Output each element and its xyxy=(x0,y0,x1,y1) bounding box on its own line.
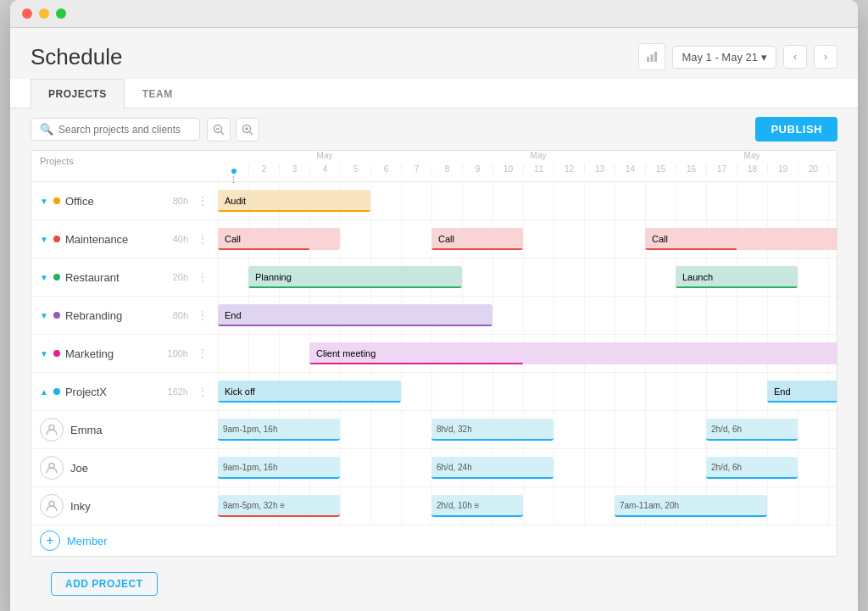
chevron-icon[interactable]: ▼ xyxy=(40,311,48,320)
project-menu-button[interactable]: ⋮ xyxy=(197,270,209,284)
project-menu-button[interactable]: ⋮ xyxy=(197,194,209,208)
day-separator xyxy=(218,335,219,372)
project-menu-button[interactable]: ⋮ xyxy=(197,232,209,246)
member-bar[interactable]: 2h/d, 10h ≡ xyxy=(431,495,523,517)
day-separator xyxy=(737,297,737,334)
zoom-in-icon xyxy=(242,124,253,136)
tab-team[interactable]: TEAM xyxy=(125,79,191,108)
member-bar[interactable]: 2h/d, 6h xyxy=(706,457,798,479)
add-member-row[interactable]: +Member xyxy=(31,525,837,556)
schedule-grid: ProjectsMay1234567May891011121314May1516… xyxy=(31,150,837,557)
day-separator xyxy=(340,449,341,486)
chevron-icon[interactable]: ▼ xyxy=(40,273,48,282)
member-bar[interactable]: 6h/d, 24h xyxy=(431,457,554,479)
project-menu-button[interactable]: ⋮ xyxy=(197,308,209,322)
bar-underline xyxy=(645,248,737,250)
date-range-button[interactable]: May 1 - May 21 ▾ xyxy=(672,46,776,69)
gantt-bar[interactable]: Planning xyxy=(248,266,462,288)
gantt-bar[interactable]: Call xyxy=(431,228,523,250)
page-title: Schedule xyxy=(31,44,122,70)
day-separator xyxy=(554,182,554,219)
close-dot[interactable] xyxy=(22,8,32,19)
day-separator xyxy=(584,258,585,296)
toolbar: 🔍 xyxy=(10,108,858,150)
tab-projects[interactable]: PROJECTS xyxy=(31,79,125,108)
grid-row: ▼Maintenance40h⋮CallCallCall xyxy=(31,220,837,258)
project-color-dot xyxy=(53,236,60,242)
bar-chart-icon xyxy=(646,51,658,63)
gantt-area: Kick offEnd xyxy=(218,373,837,410)
gantt-bar[interactable]: Call xyxy=(218,228,340,250)
chevron-icon[interactable]: ▼ xyxy=(40,197,48,206)
next-button[interactable]: › xyxy=(814,45,837,69)
gantt-bar[interactable]: End xyxy=(767,380,837,403)
day-cell: 10 xyxy=(492,164,523,174)
member-bar[interactable]: 9am-1pm, 16h xyxy=(218,457,340,479)
project-hours: 80h xyxy=(173,310,188,320)
project-menu-button[interactable]: ⋮ xyxy=(197,347,209,360)
day-separator xyxy=(798,297,798,334)
day-separator xyxy=(401,449,402,486)
grid-row: ▼Marketing100h⋮Client meeting xyxy=(31,335,837,373)
gantt-bar[interactable]: Kick off xyxy=(218,380,401,403)
zoom-in-button[interactable] xyxy=(236,118,259,142)
add-project-button[interactable]: ADD PROJECT xyxy=(51,572,158,596)
gantt-bar[interactable]: Audit xyxy=(218,190,370,212)
chevron-icon[interactable]: ▼ xyxy=(40,349,48,358)
gantt-bar[interactable]: Client meeting xyxy=(309,342,837,364)
search-input[interactable] xyxy=(58,124,191,136)
day-separator xyxy=(492,373,493,410)
member-name: Joe xyxy=(70,462,88,475)
member-bar[interactable]: 7am-11am, 20h xyxy=(615,495,767,517)
svg-rect-0 xyxy=(647,57,649,62)
maximize-dot[interactable] xyxy=(56,8,66,19)
member-row: Inky9am-5pm, 32h ≡2h/d, 10h ≡7am-11am, 2… xyxy=(31,487,837,525)
projects-column-header: Projects xyxy=(31,151,218,181)
day-separator xyxy=(370,487,371,525)
zoom-out-button[interactable] xyxy=(207,118,231,142)
minimize-dot[interactable] xyxy=(39,8,49,19)
chevron-icon[interactable]: ▼ xyxy=(40,235,48,244)
day-separator xyxy=(462,373,463,410)
member-bar[interactable]: 9am-1pm, 16h xyxy=(218,419,340,441)
day-cell: 14 xyxy=(615,164,645,174)
day-separator xyxy=(615,373,615,410)
member-name: Emma xyxy=(70,424,103,436)
gantt-bar[interactable]: Call xyxy=(645,228,837,250)
today-marker xyxy=(231,169,236,174)
day-cell: 20 xyxy=(798,164,828,174)
project-menu-button[interactable]: ⋮ xyxy=(197,385,209,398)
gantt-bar[interactable]: Launch xyxy=(676,266,798,288)
publish-button[interactable]: PUBLISH xyxy=(755,117,837,142)
member-row-label: Inky xyxy=(31,491,218,521)
day-separator xyxy=(370,220,371,258)
day-separator xyxy=(431,373,432,410)
day-separator xyxy=(462,182,463,219)
day-separator xyxy=(401,487,402,525)
day-separator xyxy=(401,411,402,448)
member-avatar xyxy=(40,456,64,480)
day-separator xyxy=(431,182,432,219)
day-separator xyxy=(248,335,249,372)
day-separator xyxy=(828,297,829,334)
header-controls: May 1 - May 21 ▾ ‹ › xyxy=(638,43,837,70)
day-separator xyxy=(767,487,768,525)
prev-button[interactable]: ‹ xyxy=(783,45,807,69)
day-separator xyxy=(676,411,676,448)
gantt-area: PlanningLaunch xyxy=(218,258,837,296)
grid-row: ▲ProjectX162h⋮Kick offEnd xyxy=(31,373,837,411)
chart-icon-button[interactable] xyxy=(638,43,665,70)
gantt-bar[interactable]: End xyxy=(218,304,492,326)
day-separator xyxy=(615,258,615,296)
day-separator xyxy=(401,182,402,219)
project-hours: 20h xyxy=(173,272,188,282)
member-bar[interactable]: 9am-5pm, 32h ≡ xyxy=(218,495,340,517)
day-separator xyxy=(798,258,798,296)
member-bar[interactable]: 2h/d, 6h xyxy=(706,419,798,441)
day-separator xyxy=(554,411,554,448)
grid-row: ▼Office80h⋮Audit xyxy=(31,182,837,220)
day-separator xyxy=(462,258,463,296)
member-name: Inky xyxy=(70,500,91,513)
member-bar[interactable]: 8h/d, 32h xyxy=(431,419,554,441)
chevron-icon[interactable]: ▲ xyxy=(40,387,48,397)
